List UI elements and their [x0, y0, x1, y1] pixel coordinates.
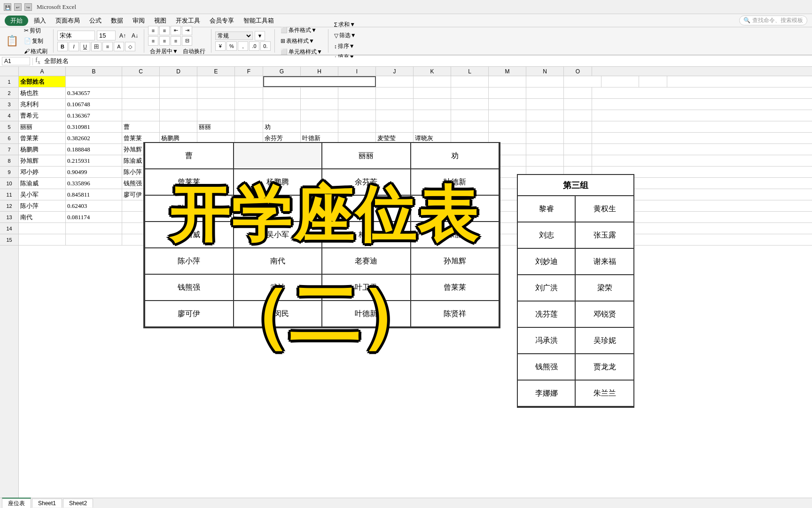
col-header-f[interactable]: F	[235, 67, 263, 76]
row-num-5[interactable]: 5	[0, 121, 18, 133]
cell-g2[interactable]	[263, 87, 301, 98]
ribbon-item-review[interactable]: 审阅	[129, 16, 148, 26]
cell-a9[interactable]: 邓小婷	[19, 167, 66, 177]
cell-c4[interactable]	[122, 110, 160, 121]
cell-d1[interactable]	[160, 76, 197, 87]
row-num-7[interactable]: 7	[0, 144, 18, 155]
cell-n15[interactable]	[526, 234, 564, 245]
cell-a4[interactable]: 曹希元	[19, 110, 66, 121]
cell-a14[interactable]	[19, 223, 66, 234]
cell-b15[interactable]	[66, 234, 122, 245]
cell-n13[interactable]	[526, 212, 564, 222]
cell-o15[interactable]	[564, 234, 592, 245]
cell-l5[interactable]	[451, 121, 489, 132]
row-num-2[interactable]: 2	[0, 87, 18, 99]
cell-h4[interactable]	[301, 110, 338, 121]
cell-o12[interactable]	[564, 200, 592, 211]
cell-i6[interactable]	[338, 133, 376, 143]
cell-d3[interactable]	[160, 99, 197, 110]
cell-e7[interactable]	[197, 144, 235, 155]
cell-h5[interactable]	[301, 121, 338, 132]
vertical-text[interactable]: ⊟	[182, 36, 192, 46]
cell-f3[interactable]	[235, 99, 263, 110]
ribbon-item-ai[interactable]: 智能工具箱	[240, 16, 278, 26]
font-size-input[interactable]	[97, 31, 116, 40]
cell-c3[interactable]	[122, 99, 160, 110]
bold-button[interactable]: B	[57, 42, 68, 51]
cell-l4[interactable]	[451, 110, 489, 121]
cell-n7[interactable]	[526, 144, 564, 155]
cell-a2[interactable]: 杨也胜	[19, 87, 66, 98]
row-num-15[interactable]: 15	[0, 234, 18, 246]
cell-o11[interactable]	[564, 189, 592, 200]
copy-button[interactable]: 📄 复制	[22, 36, 49, 46]
cell-k6[interactable]: 谭晓灰	[414, 133, 451, 143]
col-header-b[interactable]: B	[66, 67, 122, 76]
cell-n3[interactable]	[526, 99, 564, 110]
cell-j6[interactable]: 麦莹莹	[376, 133, 414, 143]
cell-o13[interactable]	[564, 212, 592, 222]
titlebar-icons[interactable]: 💾 ↩ ↪	[4, 3, 32, 11]
cell-o14[interactable]	[564, 223, 592, 234]
cell-h2[interactable]	[301, 87, 338, 98]
redo-icon[interactable]: ↪	[24, 3, 32, 11]
align-bottom-left[interactable]: ≡	[148, 36, 158, 46]
cell-n4[interactable]	[526, 110, 564, 121]
row-num-3[interactable]: 3	[0, 99, 18, 110]
cell-o1[interactable]	[639, 76, 667, 87]
cell-g4[interactable]	[263, 110, 301, 121]
cell-o2[interactable]	[564, 87, 592, 98]
cell-f5[interactable]	[235, 121, 263, 132]
cell-b10[interactable]: 0.335896	[66, 178, 122, 189]
sum-button[interactable]: Σ 求和▼	[332, 20, 358, 30]
font-name-input[interactable]	[57, 31, 95, 40]
cell-c1[interactable]	[122, 76, 160, 87]
cell-g3[interactable]	[263, 99, 301, 110]
cell-a10[interactable]: 陈渝威	[19, 178, 66, 189]
cell-l2[interactable]	[451, 87, 489, 98]
cell-b5[interactable]: 0.310981	[66, 121, 122, 132]
cell-f2[interactable]	[235, 87, 263, 98]
cell-f7[interactable]	[235, 144, 263, 155]
cell-n9[interactable]	[526, 167, 564, 177]
cell-b1[interactable]	[66, 76, 122, 87]
cell-o8[interactable]	[564, 155, 592, 166]
cell-a1[interactable]: 全部姓名	[19, 76, 66, 87]
sheet-tab-2[interactable]: Sheet1	[32, 499, 62, 508]
col-header-a[interactable]: A	[19, 67, 66, 76]
cell-b7[interactable]: 0.188848	[66, 144, 122, 155]
cell-b14[interactable]	[66, 223, 122, 234]
cell-b3[interactable]: 0.106748	[66, 99, 122, 110]
cell-k4[interactable]	[414, 110, 451, 121]
wrap-text-button[interactable]: 自动换行	[181, 47, 207, 56]
underline-button[interactable]: U	[80, 42, 90, 51]
row-num-1[interactable]: 1	[0, 76, 18, 87]
cell-k1[interactable]	[489, 76, 526, 87]
cell-m7[interactable]	[489, 144, 526, 155]
cell-b13[interactable]: 0.081174	[66, 212, 122, 222]
conditional-format-button[interactable]: ⬜ 条件格式▼	[279, 25, 324, 35]
cell-b2[interactable]: 0.343657	[66, 87, 122, 98]
cell-k2[interactable]	[414, 87, 451, 98]
cell-j1[interactable]	[451, 76, 489, 87]
percent-button[interactable]: %	[226, 41, 237, 51]
align-top-center[interactable]: ≡	[159, 26, 170, 35]
clear-button[interactable]: ◇	[125, 42, 135, 51]
ribbon-item-start[interactable]: 开始	[5, 16, 28, 26]
cell-i5[interactable]	[338, 121, 376, 132]
cell-a5[interactable]: 丽丽	[19, 121, 66, 132]
paste-button[interactable]: 📋	[4, 34, 20, 48]
cell-i4[interactable]	[338, 110, 376, 121]
ribbon-item-view[interactable]: 视图	[150, 16, 170, 26]
ribbon-item-layout[interactable]: 页面布局	[52, 16, 84, 26]
cell-e6[interactable]	[197, 133, 235, 143]
row-num-10[interactable]: 10	[0, 178, 18, 189]
cell-f1[interactable]	[235, 76, 263, 87]
cell-e5[interactable]: 丽丽	[197, 121, 235, 132]
formula-function-icon[interactable]: fx	[35, 56, 40, 65]
col-header-h[interactable]: H	[301, 67, 338, 76]
cell-d5[interactable]	[160, 121, 197, 132]
ribbon-item-dev[interactable]: 开发工具	[172, 16, 204, 26]
col-header-j[interactable]: J	[376, 67, 414, 76]
col-header-n[interactable]: N	[526, 67, 564, 76]
